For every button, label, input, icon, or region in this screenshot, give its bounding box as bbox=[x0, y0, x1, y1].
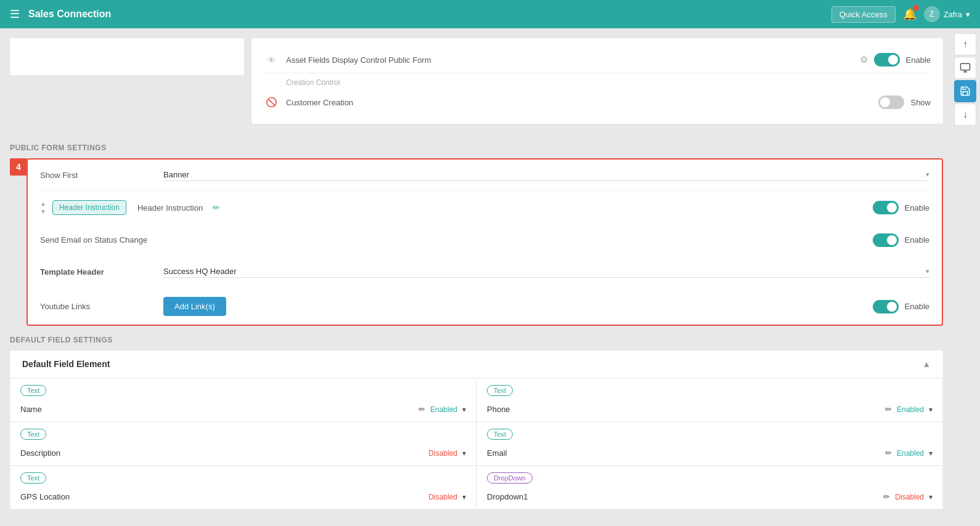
field-name-chevron-icon[interactable]: ▾ bbox=[462, 405, 466, 414]
customer-creation-toggle-label: Show bbox=[910, 98, 931, 107]
public-form-section-header: PUBLIC FORM SETTINGS bbox=[10, 144, 943, 152]
field-name-status: Enabled bbox=[430, 405, 457, 414]
field-name-row: Name ✏ Enabled ▾ bbox=[20, 400, 466, 421]
sort-arrows[interactable]: ▲ ▼ bbox=[40, 200, 46, 215]
edit-icon[interactable]: ✏ bbox=[213, 203, 220, 212]
field-type-badge-phone: Text bbox=[487, 385, 513, 396]
send-email-toggle[interactable] bbox=[873, 233, 899, 247]
header-instruction-text: Header Instruction bbox=[137, 203, 203, 212]
svg-rect-0 bbox=[961, 63, 970, 70]
avatar: Z bbox=[924, 6, 940, 22]
step-badge: 4 bbox=[10, 158, 27, 176]
field-phone-label: Phone bbox=[487, 405, 880, 414]
asset-fields-label: Asset Fields Display Control Public Form bbox=[286, 55, 860, 65]
template-header-select-wrapper: Success HQ Header ▾ bbox=[163, 267, 929, 278]
asset-fields-toggle[interactable] bbox=[874, 53, 900, 67]
field-type-badge-gps: Text bbox=[20, 472, 46, 484]
field-dropdown1-chevron-icon[interactable]: ▾ bbox=[929, 493, 933, 501]
right-sidebar: ↑ ↓ bbox=[950, 28, 980, 131]
template-header-select[interactable]: Success HQ Header bbox=[163, 267, 926, 276]
customer-creation-right: Show bbox=[878, 95, 931, 109]
default-field-settings-card: Default Field Element ▲ Text Name ✏ Enab… bbox=[10, 350, 943, 509]
dfs-right-col: Text Phone ✏ Enabled ▾ Text Email ✏ Enab… bbox=[476, 378, 943, 509]
menu-icon[interactable]: ☰ bbox=[10, 7, 20, 21]
bell-icon[interactable]: 🔔 bbox=[903, 7, 917, 21]
dfs-header: Default Field Element ▲ bbox=[10, 350, 943, 378]
visibility-off-icon: 🚫 bbox=[264, 97, 279, 108]
save-button[interactable] bbox=[954, 80, 976, 102]
template-header-label: Template Header bbox=[40, 267, 163, 277]
field-phone-row: Phone ✏ Enabled ▾ bbox=[487, 400, 933, 421]
template-header-content: Success HQ Header ▾ bbox=[163, 267, 929, 278]
field-type-badge-description: Text bbox=[20, 429, 46, 440]
field-email-row: Email ✏ Enabled ▾ bbox=[487, 443, 933, 465]
field-description-row: Description Disabled ▾ bbox=[20, 443, 466, 465]
field-phone-chevron-icon[interactable]: ▾ bbox=[929, 405, 933, 414]
template-header-chevron-icon: ▾ bbox=[926, 267, 929, 275]
public-form-settings-card: 4 Show First Banner Header ▾ bbox=[10, 158, 943, 326]
dfs-grid: Text Name ✏ Enabled ▾ Text Description D… bbox=[10, 378, 943, 509]
field-email-chevron-icon[interactable]: ▾ bbox=[929, 449, 933, 458]
header-instruction-badge[interactable]: Header Instruction bbox=[52, 200, 126, 215]
field-description-status: Disabled bbox=[428, 449, 457, 458]
quick-access-button[interactable]: Quick Access bbox=[831, 6, 896, 23]
show-first-select-wrapper: Banner Header ▾ bbox=[163, 170, 929, 181]
youtube-links-content: Add Link(s) bbox=[163, 297, 873, 316]
customer-creation-row: 🚫 Customer Creation Show bbox=[264, 89, 931, 115]
customer-creation-toggle[interactable] bbox=[878, 95, 904, 109]
field-phone-edit-icon[interactable]: ✏ bbox=[885, 405, 892, 414]
send-email-row: Send Email on Status Change Enable bbox=[40, 224, 929, 256]
field-email-cell: Text Email ✏ Enabled ▾ bbox=[476, 422, 943, 466]
youtube-toggle-label: Enable bbox=[905, 302, 929, 311]
top-card: 👁 Asset Fields Display Control Public Fo… bbox=[251, 38, 943, 124]
header-instruction-row: ▲ ▼ Header Instruction Header Instructio… bbox=[40, 192, 929, 224]
field-email-edit-icon[interactable]: ✏ bbox=[885, 448, 892, 458]
show-first-chevron-icon: ▾ bbox=[926, 171, 929, 179]
field-phone-cell: Text Phone ✏ Enabled ▾ bbox=[476, 378, 943, 422]
user-chevron-icon: ▾ bbox=[966, 10, 970, 19]
field-dropdown1-edit-icon[interactable]: ✏ bbox=[883, 492, 890, 501]
asset-fields-toggle-label: Enable bbox=[906, 55, 931, 65]
user-menu[interactable]: Z Zafra ▾ bbox=[924, 6, 970, 22]
youtube-toggle[interactable] bbox=[873, 300, 899, 314]
field-type-badge-dropdown1: DropDown bbox=[487, 472, 533, 484]
field-dropdown1-status: Disabled bbox=[895, 493, 924, 501]
youtube-links-label: Youtube Links bbox=[40, 302, 163, 311]
field-name-edit-icon[interactable]: ✏ bbox=[419, 405, 425, 414]
header-instruction-toggle[interactable] bbox=[873, 201, 899, 214]
show-first-select[interactable]: Banner Header bbox=[163, 170, 926, 179]
dfs-title: Default Field Element bbox=[22, 359, 110, 369]
field-gps-cell: Text GPS Location Disabled ▾ bbox=[10, 466, 476, 509]
scroll-up-button[interactable]: ↑ bbox=[954, 33, 976, 55]
field-dropdown1-label: Dropdown1 bbox=[487, 492, 878, 501]
asset-fields-right: ⚙ Enable bbox=[860, 53, 931, 67]
field-description-label: Description bbox=[20, 448, 423, 458]
send-email-right: Enable bbox=[873, 233, 929, 247]
gear-icon[interactable]: ⚙ bbox=[860, 54, 868, 65]
show-first-row: Show First Banner Header ▾ bbox=[40, 160, 929, 192]
field-dropdown1-row: Dropdown1 ✏ Disabled ▾ bbox=[487, 487, 933, 509]
field-gps-chevron-icon[interactable]: ▾ bbox=[462, 493, 466, 501]
monitor-button[interactable] bbox=[954, 57, 976, 79]
youtube-right: Enable bbox=[873, 300, 929, 314]
user-name: Zafra bbox=[944, 10, 962, 19]
youtube-links-row: Youtube Links Add Link(s) Enable bbox=[40, 288, 929, 325]
add-links-button[interactable]: Add Link(s) bbox=[163, 297, 226, 316]
field-description-cell: Text Description Disabled ▾ bbox=[10, 422, 476, 466]
collapse-icon[interactable]: ▲ bbox=[922, 359, 931, 369]
field-name-label: Name bbox=[20, 405, 414, 414]
header-instruction-right: Enable bbox=[873, 201, 929, 214]
send-email-toggle-label: Enable bbox=[905, 235, 929, 245]
visibility-icon: 👁 bbox=[264, 55, 279, 65]
customer-creation-label: Customer Creation bbox=[286, 98, 878, 107]
field-description-chevron-icon[interactable]: ▾ bbox=[462, 449, 466, 458]
send-email-label: Send Email on Status Change bbox=[40, 235, 163, 245]
form-card: Show First Banner Header ▾ ▲ ▼ bbox=[27, 158, 943, 326]
header-instruction-content: Header Instruction Header Instruction ✏ bbox=[52, 200, 873, 215]
default-field-section-header: DEFAULT FIELD SETTINGS bbox=[10, 336, 943, 344]
field-name-cell: Text Name ✏ Enabled ▾ bbox=[10, 378, 476, 422]
header-right: Quick Access 🔔 Z Zafra ▾ bbox=[831, 6, 970, 23]
show-first-content: Banner Header ▾ bbox=[163, 170, 929, 181]
field-gps-row: GPS Location Disabled ▾ bbox=[20, 487, 466, 509]
scroll-down-button[interactable]: ↓ bbox=[954, 103, 976, 126]
